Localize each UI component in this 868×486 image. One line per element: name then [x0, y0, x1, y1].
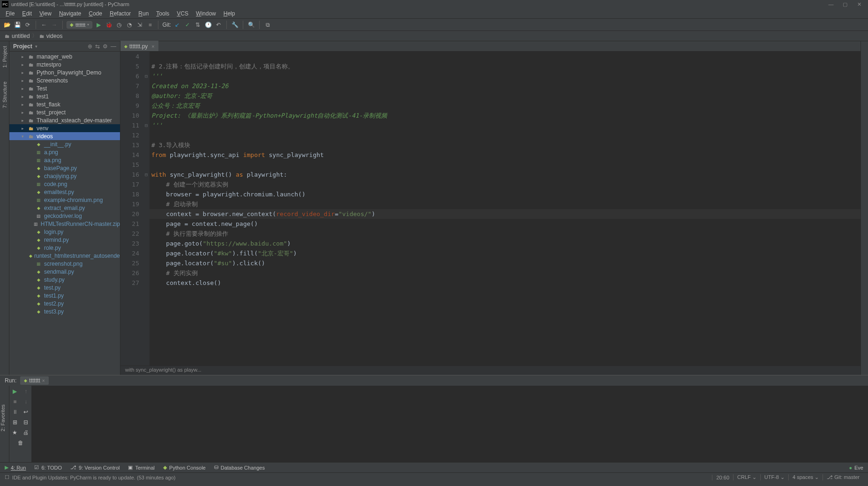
scroll-icon[interactable]: ⊟ — [22, 419, 30, 426]
run-config-selector[interactable]: ◆ ttttttt ▾ — [67, 21, 92, 29]
tree-item[interactable]: ◆sendmail.py — [9, 268, 120, 276]
menu-vcs[interactable]: VCS — [173, 9, 192, 18]
chevron-down-icon[interactable]: ▾ — [35, 44, 37, 49]
settings-icon[interactable]: 🔧 — [231, 21, 239, 29]
tree-item[interactable]: ▸🖿Screenshots — [9, 76, 120, 84]
attach-icon[interactable]: ⇲ — [135, 21, 144, 29]
tree-item[interactable]: ◆basePage.py — [9, 164, 120, 172]
project-tree[interactable]: ▸🖿manager_web▸🖿mztestpro▸🖿Python_Playwri… — [9, 52, 120, 375]
menu-window[interactable]: Window — [192, 9, 220, 18]
structure-toolwindow-button[interactable]: 7: Structure — [2, 82, 7, 108]
menu-run[interactable]: Run — [135, 9, 152, 18]
layout-icon[interactable]: ⊞ — [11, 419, 19, 426]
tree-item[interactable]: ◆runtest_htmltestrunner_autosendemail.py — [9, 252, 120, 260]
menu-code[interactable]: Code — [85, 9, 106, 18]
expand-icon[interactable]: ⇆ — [95, 43, 100, 50]
tree-item[interactable]: ▦a.png — [9, 148, 120, 156]
up-icon[interactable]: ↑ — [22, 388, 30, 395]
pause-icon[interactable]: ⏸ — [11, 408, 19, 416]
minimize-button[interactable]: — — [824, 1, 838, 7]
eventlog-button[interactable]: ●Eve — [849, 465, 863, 471]
pin-icon[interactable]: ★ — [11, 429, 19, 436]
crumb-root[interactable]: untitled — [12, 33, 30, 39]
cursor-position[interactable]: 20:60 — [712, 475, 733, 480]
tree-item[interactable]: ▦example-chromium.png — [9, 196, 120, 204]
menu-refactor[interactable]: Refactor — [106, 9, 135, 18]
file-encoding[interactable]: UTF-8 ⌄ — [760, 474, 788, 480]
git-revert-icon[interactable]: ↶ — [214, 21, 223, 29]
tree-item[interactable]: ◆test3.py — [9, 307, 120, 315]
search-icon[interactable]: 🔍 — [247, 21, 255, 29]
todo-toolwindow-button[interactable]: ☑6: TODO — [34, 464, 62, 471]
indent-config[interactable]: 4 spaces ⌄ — [788, 474, 823, 480]
status-sq-icon[interactable]: ☐ — [5, 474, 9, 480]
coverage-icon[interactable]: ◷ — [115, 21, 123, 29]
tree-item[interactable]: ▸🖿test_project — [9, 108, 120, 116]
line-separator[interactable]: CRLF ⌄ — [733, 474, 760, 480]
open-icon[interactable]: 📂 — [3, 21, 11, 29]
tree-item[interactable]: ▦screenshot.png — [9, 260, 120, 268]
tree-item[interactable]: ◆test2.py — [9, 299, 120, 307]
profile-icon[interactable]: ◔ — [125, 21, 134, 29]
menu-help[interactable]: Help — [220, 9, 239, 18]
tree-item[interactable]: ◆login.py — [9, 228, 120, 236]
tree-item[interactable]: ▥HTMLTestRunnerCN-master.zip — [9, 220, 120, 228]
git-history-icon[interactable]: 🕐 — [204, 21, 212, 29]
tree-item[interactable]: ◆chaojiying.py — [9, 172, 120, 180]
tree-item[interactable]: ◆role.py — [9, 244, 120, 252]
editor-breadcrumb[interactable]: with sync_playwright() as playw... — [120, 366, 861, 375]
tree-item[interactable]: ◆test1.py — [9, 292, 120, 299]
pyconsole-toolwindow-button[interactable]: ◆Python Console — [163, 464, 206, 471]
tree-item[interactable]: ◆remind.py — [9, 236, 120, 244]
terminal-toolwindow-button[interactable]: ▣Terminal — [128, 464, 155, 471]
tree-item[interactable]: ▸🖿Python_Playwright_Demo — [9, 68, 120, 76]
tree-item[interactable]: ◆__init__.py — [9, 140, 120, 148]
tree-item[interactable]: ▦aa.png — [9, 156, 120, 164]
tree-item[interactable]: ▸🖿test1 — [9, 92, 120, 100]
git-update-icon[interactable]: ↙ — [173, 21, 181, 29]
tree-item[interactable]: ◆study.py — [9, 276, 120, 284]
favorites-toolwindow-button[interactable]: 2: Favorites — [0, 404, 6, 431]
tree-item[interactable]: ◆emailtest.py — [9, 188, 120, 196]
locate-icon[interactable]: ⊕ — [88, 43, 92, 50]
project-toolwindow-button[interactable]: 1: Project — [2, 46, 7, 67]
menu-edit[interactable]: Edit — [18, 9, 36, 18]
back-icon[interactable]: ← — [40, 21, 48, 29]
forward-icon[interactable]: → — [50, 21, 59, 29]
git-commit-icon[interactable]: ✓ — [183, 21, 192, 29]
menu-view[interactable]: View — [36, 9, 55, 18]
save-icon[interactable]: 💾 — [13, 21, 22, 29]
stop-icon[interactable]: ■ — [146, 21, 154, 29]
menu-tools[interactable]: Tools — [152, 9, 173, 18]
structure-icon[interactable]: ⧉ — [263, 21, 272, 29]
run-tab[interactable]: ◆ ttttttt × — [20, 376, 48, 385]
sync-icon[interactable]: ⟳ — [23, 21, 32, 29]
code-editor[interactable]: 4567891011121314151617181920212223242526… — [120, 52, 861, 366]
git-compare-icon[interactable]: ⇅ — [194, 21, 202, 29]
tree-item[interactable]: ▦code.png — [9, 180, 120, 188]
tree-item[interactable]: ▤geckodriver.log — [9, 212, 120, 220]
softwrap-icon[interactable]: ↩ — [22, 408, 30, 416]
maximize-button[interactable]: ▢ — [838, 1, 852, 7]
git-branch[interactable]: ⎇ Git: master — [823, 474, 863, 480]
tree-item[interactable]: ▾🖿videos — [9, 132, 120, 140]
run-icon[interactable]: ▶ — [94, 21, 103, 29]
run-output[interactable] — [32, 386, 868, 462]
gear-icon[interactable]: ⚙ — [103, 43, 108, 50]
tree-item[interactable]: ◆extract_email.py — [9, 204, 120, 212]
tree-item[interactable]: ▸🖿mztestpro — [9, 60, 120, 68]
tree-item[interactable]: ▸🖿manager_web — [9, 52, 120, 60]
run-toolwindow-button[interactable]: ▶4: Run — [5, 464, 26, 471]
tree-item[interactable]: ▸🖿Test — [9, 84, 120, 92]
hide-icon[interactable]: — — [111, 43, 116, 50]
close-button[interactable]: ✕ — [852, 1, 866, 7]
menu-file[interactable]: File — [2, 9, 18, 18]
down-icon[interactable]: ↓ — [22, 398, 30, 405]
tree-item[interactable]: ▸🖿test_flask — [9, 100, 120, 108]
tree-item[interactable]: ▸🖿Thailand_xsteach_dev-master — [9, 116, 120, 124]
editor-tab[interactable]: ◆ ttttttt.py × — [120, 41, 158, 51]
tree-item[interactable]: ▸🖿venv — [9, 124, 120, 132]
stop-icon[interactable]: ■ — [11, 398, 19, 405]
trash-icon[interactable]: 🗑 — [17, 439, 24, 447]
tree-item[interactable]: ◆test.py — [9, 284, 120, 292]
